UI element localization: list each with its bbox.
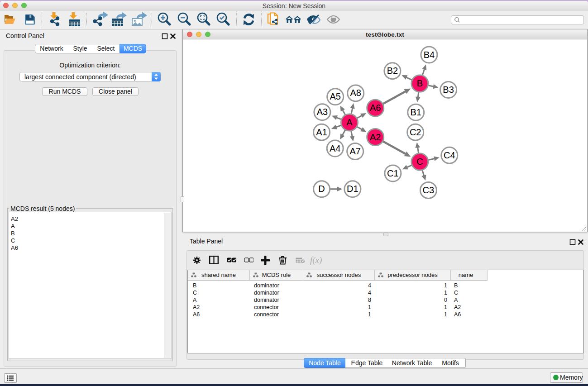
svg-text:A3: A3	[317, 107, 328, 117]
svg-text:B: B	[417, 78, 423, 88]
svg-text:C4: C4	[444, 150, 455, 160]
svg-text:A: A	[346, 117, 353, 127]
svg-text:D: D	[318, 184, 325, 194]
svg-text:D1: D1	[347, 184, 359, 194]
svg-text:A7: A7	[349, 146, 360, 156]
svg-text:C: C	[416, 157, 423, 167]
svg-text:A1: A1	[316, 127, 327, 137]
svg-text:A2: A2	[370, 132, 381, 142]
svg-text:C3: C3	[423, 185, 435, 195]
svg-text:A5: A5	[330, 91, 340, 101]
svg-text:B1: B1	[410, 107, 421, 117]
svg-text:B4: B4	[424, 50, 435, 60]
svg-text:A4: A4	[330, 143, 340, 153]
svg-text:A8: A8	[350, 88, 361, 98]
svg-text:C2: C2	[410, 127, 421, 137]
svg-text:C1: C1	[387, 168, 399, 178]
svg-text:A6: A6	[370, 103, 381, 113]
svg-text:B3: B3	[443, 85, 454, 95]
svg-text:B2: B2	[387, 66, 398, 76]
